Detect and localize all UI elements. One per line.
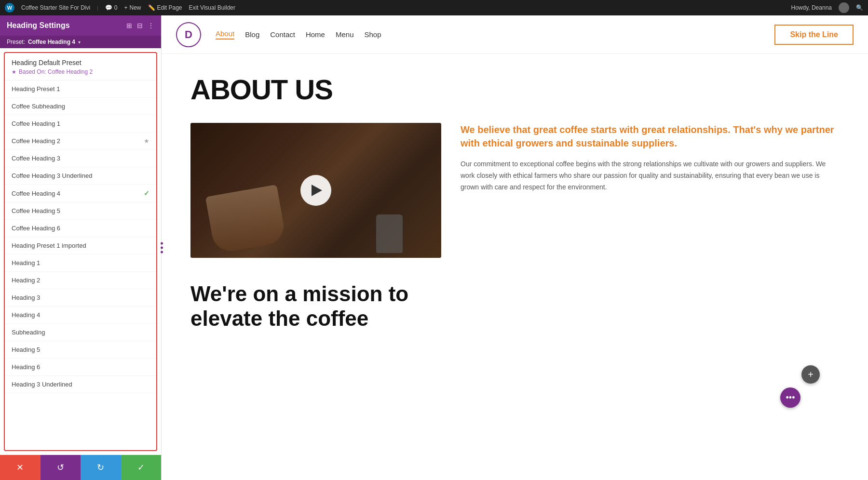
preset-item[interactable]: Heading 3 Underlined [5, 376, 156, 393]
video-container[interactable] [190, 123, 441, 258]
preset-item-name: Heading 3 Underlined [12, 381, 149, 388]
mission-section: We're on a mission to elevate the coffee [190, 282, 839, 331]
admin-bar: W Coffee Starter Site For Divi | 💬 0 + N… [0, 0, 868, 15]
right-content: D About Blog Contact Home Menu Shop Skip… [162, 15, 868, 480]
admin-bar-new[interactable]: + New [124, 4, 141, 11]
heading-default-preset[interactable]: Heading Default Preset ★ Based On: Coffe… [5, 53, 156, 80]
preset-item-name: Heading 5 [12, 346, 149, 353]
admin-bar-user-greeting: Howdy, Deanna [791, 4, 832, 11]
preset-item-name: Heading 1 [12, 259, 149, 267]
redo-button[interactable]: ↻ [81, 455, 121, 480]
admin-bar-avatar [839, 2, 849, 13]
preset-item-name: Heading 6 [12, 363, 149, 371]
preset-item[interactable]: Subheading [5, 324, 156, 341]
nav-link-shop[interactable]: Shop [364, 30, 381, 39]
save-button[interactable]: ✓ [121, 455, 162, 480]
play-icon [312, 185, 322, 196]
admin-bar-sep1: | [97, 5, 98, 11]
preset-item[interactable]: Heading Preset 1 [5, 80, 156, 98]
preset-item[interactable]: Coffee Heading 6 [5, 220, 156, 237]
content-row: We believe that great coffee starts with… [190, 123, 839, 258]
preset-item[interactable]: Coffee Heading 1 [5, 115, 156, 133]
preset-item-name: Heading 4 [12, 311, 149, 319]
preset-item-name: Coffee Heading 1 [12, 120, 149, 127]
preset-label: Preset: [7, 39, 25, 45]
preset-item[interactable]: Heading 2 [5, 272, 156, 289]
main-layout: Heading Settings ⊞ ⊟ ⋮ Preset: Coffee He… [0, 15, 868, 480]
admin-bar-exit-builder[interactable]: Exit Visual Builder [189, 4, 236, 11]
preset-star-icon: ★ [144, 137, 149, 145]
preset-item-name: Heading 3 [12, 294, 149, 301]
layout-icon[interactable]: ⊟ [137, 22, 143, 29]
nav-link-blog[interactable]: Blog [245, 30, 259, 39]
preset-item[interactable]: Coffee Heading 3 Underlined [5, 167, 156, 185]
play-button[interactable] [300, 175, 331, 206]
left-panel: Heading Settings ⊞ ⊟ ⋮ Preset: Coffee He… [0, 15, 162, 480]
preset-item-name: Heading 2 [12, 277, 149, 284]
preset-item-name: Heading Preset 1 imported [12, 242, 149, 249]
preset-name: Coffee Heading 4 [28, 39, 75, 45]
nav-link-contact[interactable]: Contact [270, 30, 295, 39]
window-icon[interactable]: ⊞ [126, 22, 132, 29]
preset-item[interactable]: Heading 4 [5, 307, 156, 324]
preset-item-name: Coffee Heading 5 [12, 207, 149, 214]
preset-item-name: Coffee Heading 3 [12, 155, 149, 162]
site-nav: D About Blog Contact Home Menu Shop Skip… [162, 15, 868, 54]
admin-bar-right: Howdy, Deanna 🔍 [791, 2, 864, 13]
preset-active-check-icon: ✓ [144, 189, 149, 197]
preset-item-name: Coffee Heading 6 [12, 225, 149, 232]
preset-item[interactable]: Heading 5 [5, 341, 156, 359]
preset-item[interactable]: Heading 6 [5, 359, 156, 376]
more-options-icon[interactable]: ⋮ [148, 22, 154, 29]
panel-preset-bar[interactable]: Preset: Coffee Heading 4 ▾ [0, 36, 161, 48]
based-on-label: ★ Based On: Coffee Heading 2 [12, 68, 149, 75]
preset-item-name: Subheading [12, 329, 149, 336]
nav-link-menu[interactable]: Menu [336, 30, 354, 39]
video-overlay [190, 123, 441, 258]
highlight-text: We believe that great coffee starts with… [461, 123, 839, 150]
preset-item-name: Heading Preset 1 [12, 85, 149, 93]
bottom-toolbar: ✕ ↺ ↻ ✓ [0, 455, 161, 480]
preset-dropdown: Heading Default Preset ★ Based On: Coffe… [4, 52, 157, 451]
preset-item-name: Coffee Subheading [12, 103, 149, 110]
fab-dots-button[interactable]: ••• [780, 387, 800, 408]
panel-header: Heading Settings ⊞ ⊟ ⋮ [0, 15, 161, 36]
preset-chevron-icon: ▾ [78, 40, 81, 45]
preset-list: Heading Preset 1Coffee SubheadingCoffee … [5, 80, 156, 393]
wp-logo[interactable]: W [5, 3, 14, 13]
fab-plus-button[interactable]: + [801, 365, 820, 384]
preset-item[interactable]: Coffee Subheading [5, 98, 156, 115]
preset-item[interactable]: Coffee Heading 2★ [5, 133, 156, 150]
nav-link-home[interactable]: Home [306, 30, 325, 39]
undo-button[interactable]: ↺ [41, 455, 81, 480]
panel-header-icons: ⊞ ⊟ ⋮ [126, 22, 154, 29]
mission-heading: We're on a mission to elevate the coffee [190, 282, 432, 331]
preset-item-name: Coffee Heading 2 [12, 137, 144, 145]
based-on-star-icon: ★ [12, 69, 16, 75]
preset-item-name: Coffee Heading 3 Underlined [12, 172, 149, 179]
preset-item[interactable]: Coffee Heading 3 [5, 150, 156, 167]
page-content: ABOUT US We believe that great coffee st… [162, 54, 868, 350]
preset-item[interactable]: Heading 3 [5, 289, 156, 307]
preset-item[interactable]: Coffee Heading 5 [5, 202, 156, 220]
default-preset-name: Heading Default Preset [12, 59, 149, 67]
preset-item-name: Coffee Heading 4 [12, 190, 144, 197]
nav-links: About Blog Contact Home Menu Shop [216, 29, 774, 40]
admin-bar-comments[interactable]: 💬 0 [105, 4, 118, 11]
preset-item[interactable]: Coffee Heading 4✓ [5, 185, 156, 202]
admin-bar-search[interactable]: 🔍 [856, 4, 863, 11]
body-text: Our commitment to exceptional coffee beg… [461, 159, 839, 193]
panel-right-indicator [161, 242, 163, 253]
close-button[interactable]: ✕ [0, 455, 41, 480]
admin-bar-edit-page[interactable]: ✏️ Edit Page [148, 4, 182, 11]
site-logo: D [176, 22, 201, 47]
preset-item[interactable]: Heading 1 [5, 254, 156, 272]
panel-title: Heading Settings [7, 21, 70, 30]
admin-bar-site-name[interactable]: Coffee Starter Site For Divi [21, 4, 90, 11]
preset-item[interactable]: Heading Preset 1 imported [5, 237, 156, 254]
about-heading: ABOUT US [190, 73, 839, 106]
nav-link-about[interactable]: About [216, 29, 234, 40]
cta-button[interactable]: Skip the Line [774, 25, 854, 45]
text-block: We believe that great coffee starts with… [461, 123, 839, 193]
